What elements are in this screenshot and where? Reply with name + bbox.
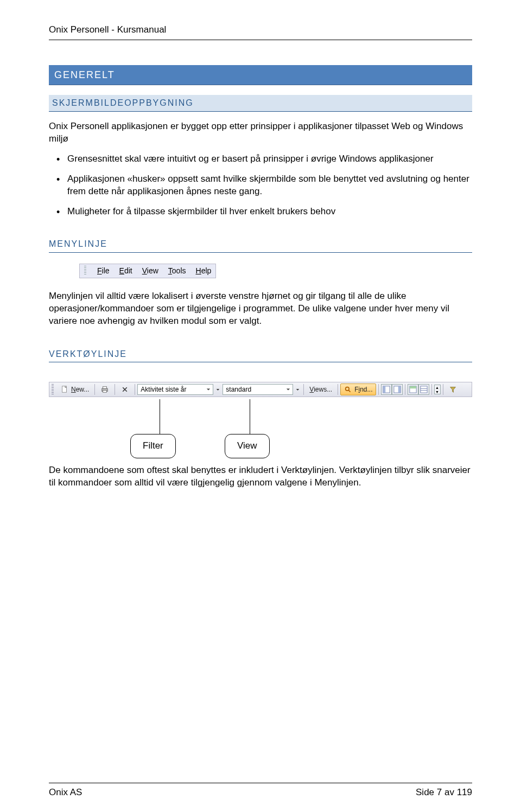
heading-generelt: GENERELT <box>49 65 472 85</box>
bullet-item: Applikasjonen «husker» oppsett samt hvil… <box>67 173 472 198</box>
new-document-icon <box>60 385 69 394</box>
menu-help[interactable]: Help <box>196 266 212 276</box>
delete-button[interactable] <box>117 383 132 395</box>
views-button[interactable]: Views... <box>306 383 335 395</box>
layout-left-icon[interactable] <box>381 384 392 395</box>
pane-split-icon[interactable] <box>418 384 429 395</box>
search-icon <box>344 385 352 394</box>
filter-combo[interactable]: Aktivitet siste år <box>137 384 213 395</box>
delete-x-icon <box>120 385 129 394</box>
callout-connector <box>250 399 250 434</box>
filter-funnel-button[interactable] <box>446 383 461 395</box>
view-combo-value: standard <box>226 385 251 394</box>
svg-rect-2 <box>103 387 107 389</box>
footer-right: Side 7 av 119 <box>416 787 472 799</box>
callout-filter: Filter <box>130 434 176 458</box>
svg-rect-9 <box>398 386 400 393</box>
filter-dropdown-extra[interactable] <box>214 386 221 393</box>
pane-toggle-group <box>408 384 429 395</box>
chevron-down-icon: ▼ <box>435 389 440 394</box>
view-dropdown-extra[interactable] <box>294 386 301 393</box>
heading-menylinje: MENYLINJE <box>49 238 472 253</box>
heading-skjermbildeoppbygning: SKJERMBILDEOPPBYGNING <box>49 95 472 112</box>
find-button[interactable]: Find... <box>340 383 376 395</box>
menu-view[interactable]: View <box>142 266 158 276</box>
heading-verktoylinje: VERKTØYLINJE <box>49 348 472 363</box>
svg-point-4 <box>345 387 349 391</box>
bullet-item: Grensesnittet skal være intuitivt og er … <box>67 153 472 165</box>
footer-left: Onix AS <box>49 787 82 799</box>
toolbar-grip-icon <box>84 266 86 276</box>
printer-icon <box>100 385 109 394</box>
menubar-screenshot: File Edit View Tools Help <box>79 264 216 278</box>
spinner-control[interactable]: ▲ ▼ <box>434 385 441 394</box>
view-combo[interactable]: standard <box>223 384 293 395</box>
svg-rect-7 <box>383 386 385 393</box>
bullet-item: Muligheter for å tilpasse skjermbilder t… <box>67 206 472 218</box>
menu-edit[interactable]: Edit <box>119 266 132 276</box>
layout-toggle-group <box>381 384 403 395</box>
menu-tools[interactable]: Tools <box>168 266 186 276</box>
toolbar-grip-icon <box>52 384 54 395</box>
toolbar-screenshot: New... Aktivitet siste år <box>49 382 472 397</box>
pane-top-icon[interactable] <box>408 384 418 395</box>
callout-connector <box>160 399 160 434</box>
svg-line-5 <box>348 390 350 392</box>
funnel-icon <box>449 385 458 394</box>
print-button[interactable] <box>97 383 112 395</box>
menu-file[interactable]: File <box>97 266 110 276</box>
menylinje-paragraph: Menylinjen vil alltid være lokalisert i … <box>49 290 472 328</box>
svg-rect-12 <box>420 386 427 393</box>
chevron-down-icon <box>205 386 212 393</box>
new-button[interactable]: New... <box>57 383 92 395</box>
svg-rect-3 <box>103 391 107 393</box>
chevron-down-icon <box>285 386 291 393</box>
callout-view: View <box>225 434 270 458</box>
intro-paragraph: Onix Personell applikasjonen er bygget o… <box>49 120 472 145</box>
svg-rect-11 <box>409 386 416 388</box>
verktoylinje-paragraph: De kommandoene som oftest skal benyttes … <box>49 464 472 489</box>
layout-right-icon[interactable] <box>392 384 403 395</box>
filter-combo-value: Aktivitet siste år <box>141 385 186 394</box>
page-header: Onix Personell - Kursmanual <box>49 24 472 40</box>
